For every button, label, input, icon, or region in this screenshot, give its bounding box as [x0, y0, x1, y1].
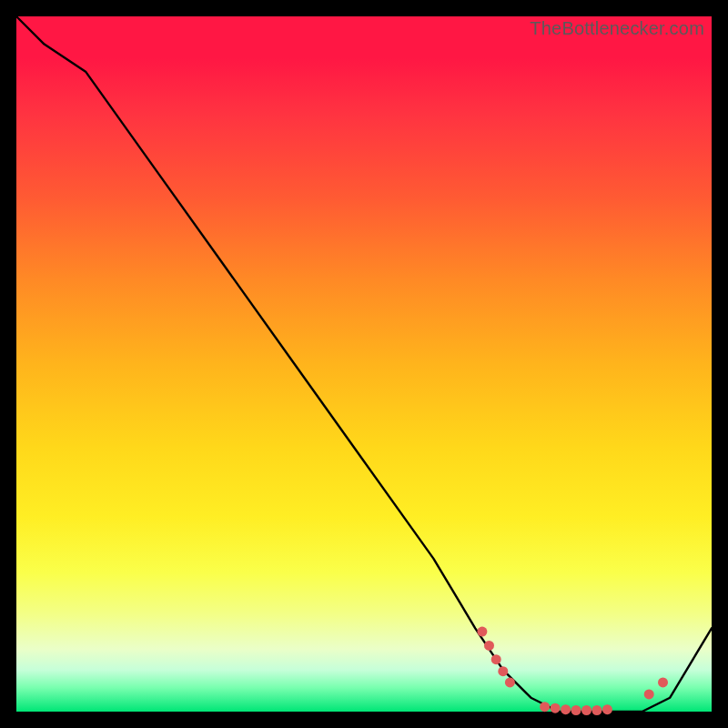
chart-frame: TheBottlenecker.com — [0, 0, 728, 728]
marker-dot — [658, 677, 668, 687]
marker-dot — [540, 702, 550, 712]
marker-dot — [491, 654, 501, 664]
marker-dot — [592, 705, 602, 715]
marker-dot — [581, 705, 592, 715]
optimal-range-markers — [477, 627, 668, 715]
plot-area: TheBottlenecker.com — [16, 16, 712, 712]
marker-dot — [571, 705, 581, 715]
marker-dot — [602, 704, 612, 714]
marker-dot — [498, 666, 508, 676]
marker-dot — [477, 627, 487, 637]
marker-dot — [561, 704, 571, 714]
marker-dot — [644, 689, 654, 699]
marker-dot — [551, 703, 561, 713]
bottleneck-curve — [16, 16, 712, 712]
marker-dot — [484, 641, 494, 651]
marker-dot — [505, 677, 515, 687]
bottleneck-curve-svg — [16, 16, 712, 712]
